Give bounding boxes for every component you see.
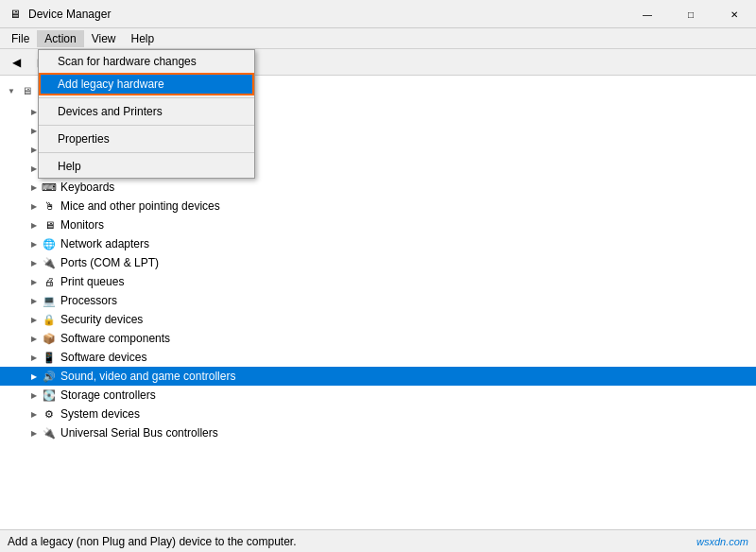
app-icon: 🖥: [8, 7, 23, 22]
expand-arrow-storage-controllers: ▶: [26, 388, 42, 403]
tree-item-ports[interactable]: ▶🔌Ports (COM & LPT): [0, 253, 756, 272]
menu-help[interactable]: Help: [124, 30, 163, 47]
item-icon-software-components: 📦: [42, 331, 57, 346]
dropdown-item-devices-printers[interactable]: Devices and Printers: [39, 100, 254, 123]
menu-action[interactable]: Action: [37, 30, 83, 47]
expand-arrow-usb-controllers: ▶: [26, 425, 42, 440]
expand-arrow-root: ▼: [4, 83, 19, 98]
item-icon-system-devices: ⚙: [42, 406, 57, 422]
dropdown-separator: [39, 125, 254, 126]
item-label-processors: Processors: [60, 294, 117, 307]
item-icon-ports: 🔌: [42, 255, 57, 270]
tree-item-mice[interactable]: ▶🖱Mice and other pointing devices: [0, 197, 756, 216]
expand-arrow-mice: ▶: [26, 198, 42, 214]
expand-arrow-software-devices: ▶: [26, 350, 42, 365]
close-button[interactable]: ✕: [713, 0, 756, 28]
item-icon-sound-video: 🔊: [42, 369, 57, 384]
tree-item-monitors[interactable]: ▶🖥Monitors: [0, 216, 756, 234]
window-controls: — □ ✕: [626, 0, 756, 28]
maximize-button[interactable]: □: [669, 0, 713, 28]
item-label-software-components: Software components: [60, 332, 170, 345]
dropdown-separator: [39, 152, 254, 153]
tree-item-sound-video[interactable]: ▶🔊Sound, video and game controllers: [0, 367, 756, 386]
expand-arrow-sound-video: ▶: [26, 369, 42, 384]
expand-arrow-security-devices: ▶: [26, 312, 42, 327]
item-icon-mice: 🖱: [42, 198, 57, 214]
dropdown-item-add-legacy[interactable]: Add legacy hardware: [39, 73, 254, 95]
tree-item-network-adapters[interactable]: ▶🌐Network adapters: [0, 234, 756, 253]
menu-bar: File Action View Help: [0, 28, 756, 49]
item-icon-network-adapters: 🌐: [42, 236, 57, 251]
minimize-button[interactable]: —: [626, 0, 669, 28]
dropdown-separator: [39, 97, 254, 98]
tree-item-storage-controllers[interactable]: ▶💽Storage controllers: [0, 386, 756, 405]
tree-item-software-components[interactable]: ▶📦Software components: [0, 329, 756, 348]
item-label-system-devices: System devices: [60, 407, 140, 421]
item-label-software-devices: Software devices: [60, 351, 146, 364]
expand-arrow-system-devices: ▶: [26, 406, 42, 422]
item-label-keyboards: Keyboards: [60, 181, 114, 194]
item-label-network-adapters: Network adapters: [60, 237, 149, 250]
item-label-security-devices: Security devices: [60, 313, 143, 326]
status-text: Add a legacy (non Plug and Play) device …: [8, 535, 297, 548]
expand-arrow-ports: ▶: [26, 255, 42, 270]
item-label-mice: Mice and other pointing devices: [60, 199, 220, 213]
item-icon-processors: 💻: [42, 293, 57, 308]
tree-item-processors[interactable]: ▶💻Processors: [0, 291, 756, 310]
item-icon-keyboards: ⌨: [42, 180, 57, 195]
brand-text: wsxdn.com: [696, 536, 748, 547]
dropdown-menu: Scan for hardware changesAdd legacy hard…: [38, 49, 255, 179]
item-label-monitors: Monitors: [60, 218, 104, 232]
expand-arrow-processors: ▶: [26, 293, 42, 308]
item-icon-monitors: 🖥: [42, 217, 57, 233]
expand-arrow-monitors: ▶: [26, 217, 42, 233]
dropdown-item-properties[interactable]: Properties: [39, 128, 254, 150]
expand-arrow-software-components: ▶: [26, 331, 42, 346]
status-bar: Add a legacy (non Plug and Play) device …: [0, 529, 756, 552]
item-label-sound-video: Sound, video and game controllers: [60, 370, 235, 383]
back-button[interactable]: ◀: [5, 52, 27, 73]
tree-item-usb-controllers[interactable]: ▶🔌Universal Serial Bus controllers: [0, 423, 756, 442]
tree-item-software-devices[interactable]: ▶📱Software devices: [0, 348, 756, 367]
dropdown-item-scan[interactable]: Scan for hardware changes: [39, 50, 254, 73]
item-icon-software-devices: 📱: [42, 350, 57, 365]
computer-icon: 🖥: [19, 83, 34, 98]
expand-arrow-print-queues: ▶: [26, 274, 42, 289]
item-label-print-queues: Print queues: [60, 275, 124, 288]
item-label-usb-controllers: Universal Serial Bus controllers: [60, 426, 218, 440]
tree-item-system-devices[interactable]: ▶⚙System devices: [0, 405, 756, 423]
item-label-ports: Ports (COM & LPT): [60, 256, 159, 269]
item-icon-print-queues: 🖨: [42, 274, 57, 289]
item-label-storage-controllers: Storage controllers: [60, 388, 156, 402]
tree-item-print-queues[interactable]: ▶🖨Print queues: [0, 272, 756, 291]
menu-file[interactable]: File: [4, 30, 37, 47]
tree-item-keyboards[interactable]: ▶⌨Keyboards: [0, 178, 756, 197]
item-icon-usb-controllers: 🔌: [42, 425, 57, 440]
menu-view[interactable]: View: [84, 30, 124, 47]
item-icon-security-devices: 🔒: [42, 312, 57, 327]
item-icon-storage-controllers: 💽: [42, 388, 57, 403]
title-bar: 🖥 Device Manager — □ ✕: [0, 0, 756, 28]
expand-arrow-network-adapters: ▶: [26, 236, 42, 251]
tree-item-security-devices[interactable]: ▶🔒Security devices: [0, 310, 756, 329]
dropdown-item-help[interactable]: Help: [39, 155, 254, 178]
expand-arrow-keyboards: ▶: [26, 180, 42, 195]
